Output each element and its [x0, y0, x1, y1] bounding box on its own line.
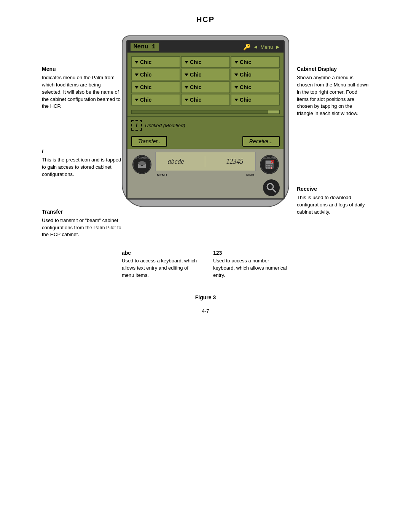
- num-annotation-body: Used to access a number keyboard, which …: [213, 257, 289, 279]
- menu-annotation-title: Menu: [42, 66, 122, 72]
- calculator-svg: CALCULATOR: [260, 155, 279, 174]
- cabinet-cell-r2c1[interactable]: Chic: [131, 69, 180, 80]
- cell-label-r3c2: Chic: [190, 84, 201, 90]
- page-number: 4-7: [0, 308, 411, 325]
- cell-label-r1c3: Chic: [240, 59, 251, 65]
- dropdown-triangle-r1c1: [135, 61, 139, 64]
- left-annotations: Menu Indicates menu on the Palm from whi…: [42, 35, 122, 238]
- cabinet-display-annotation-title: Cabinet Display: [297, 66, 369, 72]
- palm-device: Menu 1 🔑 ◄ Menu ► Chic: [122, 35, 289, 238]
- calculator-icon-wrap: CALCULATOR: [259, 155, 280, 174]
- num-annotation: 123 Used to access a number keyboard, wh…: [213, 250, 289, 279]
- page-title: HCP: [0, 0, 411, 35]
- graffiti-center: abcde 12345 MENU: [155, 152, 256, 177]
- preset-icon[interactable]: i: [131, 120, 142, 131]
- cabinet-cell-r1c3[interactable]: Chic: [231, 56, 280, 68]
- cell-label-r4c3: Chic: [240, 97, 251, 103]
- receive-annotation-body: This is used to download configurations …: [297, 194, 369, 216]
- info-text: Untitled (Modified): [145, 123, 185, 128]
- applications-svg: APPLICATIONS: [132, 155, 151, 174]
- transfer-annotation: Transfer Used to transmit or "beam" cabi…: [42, 209, 122, 239]
- cabinet-cell-r4c1[interactable]: Chic: [131, 94, 180, 105]
- applications-icon-wrap: APPLICATIONS: [131, 155, 152, 174]
- cabinet-cell-r3c2[interactable]: Chic: [181, 81, 230, 93]
- dropdown-triangle-r1c2: [185, 61, 188, 64]
- find-magnifier-svg: [266, 182, 277, 193]
- dropdown-triangle-r2c1: [135, 73, 139, 76]
- svg-line-15: [272, 189, 276, 192]
- find-label: FIND: [246, 173, 254, 177]
- svg-rect-11: [271, 167, 272, 169]
- applications-icon[interactable]: APPLICATIONS: [132, 155, 151, 174]
- cabinet-cell-r2c2[interactable]: Chic: [181, 69, 230, 80]
- calculator-icon[interactable]: CALCULATOR: [260, 155, 279, 174]
- cell-label-r3c3: Chic: [240, 84, 251, 90]
- transfer-annotation-title: Transfer: [42, 209, 122, 215]
- dropdown-triangle-r3c3: [234, 86, 238, 89]
- num-annotation-title: 123: [213, 250, 289, 256]
- svg-rect-9: [266, 167, 268, 169]
- cabinet-cell-r4c2[interactable]: Chic: [181, 94, 230, 105]
- transfer-button[interactable]: Transfer..: [131, 136, 167, 147]
- figure-label: Figure 3: [0, 294, 411, 300]
- header-right: 🔑 ◄ Menu ►: [243, 43, 280, 51]
- find-row: [127, 179, 284, 198]
- dropdown-triangle-r1c3: [234, 61, 238, 64]
- device-body: Menu 1 🔑 ◄ Menu ► Chic: [122, 35, 289, 207]
- i-icon-annotation: i This is the preset icon and is tapped …: [42, 148, 122, 178]
- dropdown-triangle-r4c1: [135, 99, 139, 101]
- cabinet-cell-r2c3[interactable]: Chic: [231, 69, 280, 80]
- svg-rect-6: [266, 165, 268, 166]
- i-icon-annotation-body: This is the preset icon and is tapped to…: [42, 157, 122, 178]
- menu1-label: Menu 1: [131, 43, 159, 51]
- action-buttons: Transfer.. Receive...: [127, 134, 284, 149]
- receive-button[interactable]: Receive...: [242, 136, 280, 147]
- info-section: i Untitled (Modified): [127, 116, 284, 134]
- i-icon-annotation-title: i: [42, 148, 122, 154]
- find-icon[interactable]: [263, 179, 280, 196]
- cabinet-cell-r3c3[interactable]: Chic: [231, 81, 280, 93]
- header-arrow-right[interactable]: ►: [275, 44, 280, 50]
- right-annotations: Cabinet Display Shown anytime a menu is …: [289, 35, 369, 238]
- svg-rect-8: [271, 165, 272, 166]
- silkscreen-area: APPLICATIONS abcde: [127, 149, 284, 179]
- cell-label-r3c1: Chic: [140, 84, 151, 90]
- header-arrow-left[interactable]: ◄: [253, 44, 258, 50]
- menu-annotation-body: Indicates menu on the Palm from which fo…: [42, 74, 122, 110]
- dropdown-triangle-r4c2: [185, 99, 188, 101]
- abc-text: abcde: [168, 158, 184, 166]
- cell-label-r1c2: Chic: [190, 59, 201, 65]
- cell-label-r2c3: Chic: [240, 72, 251, 78]
- num-text: 12345: [226, 158, 243, 166]
- transfer-annotation-body: Used to transmit or "beam" cabinet confi…: [42, 217, 122, 239]
- dropdown-triangle-r2c2: [185, 73, 188, 76]
- graffiti-divider: [205, 156, 205, 167]
- scrollbar: [131, 110, 280, 114]
- cabinet-cell-r4c3[interactable]: Chic: [231, 94, 280, 105]
- abc-group: abcde: [168, 158, 184, 166]
- cabinet-cell-r1c1[interactable]: Chic: [131, 56, 180, 68]
- receive-annotation: Receive This is used to download configu…: [297, 186, 369, 216]
- menu-label: MENU: [157, 173, 167, 177]
- cabinet-grid: Chic Chic Chic Chic: [127, 53, 284, 109]
- cabinet-cell-r1c2[interactable]: Chic: [181, 56, 230, 68]
- scrollbar-thumb: [268, 110, 279, 113]
- cabinet-display-annotation-body: Shown anytime a menu is chosen from the …: [297, 74, 369, 117]
- bottom-labels: MENU FIND: [155, 173, 256, 177]
- dropdown-triangle-r4c3: [234, 99, 238, 101]
- dropdown-triangle-r2c3: [234, 73, 238, 76]
- preset-icon-text: i: [136, 122, 137, 128]
- abc-annotation-body: Used to access a keyboard, which allows …: [122, 257, 198, 279]
- device-screen: Menu 1 🔑 ◄ Menu ► Chic: [126, 40, 285, 200]
- num-group: 12345: [226, 158, 243, 166]
- receive-annotation-title: Receive: [297, 186, 369, 192]
- header-menu-text[interactable]: Menu: [261, 44, 273, 50]
- bottom-annotations: abc Used to access a keyboard, which all…: [0, 238, 411, 291]
- screen-header: Menu 1 🔑 ◄ Menu ►: [127, 41, 284, 53]
- dropdown-triangle-r3c1: [135, 86, 139, 89]
- cabinet-cell-r3c1[interactable]: Chic: [131, 81, 180, 93]
- header-icon-lock: 🔑: [243, 43, 251, 51]
- cell-label-r2c1: Chic: [140, 72, 151, 78]
- graffiti-area: abcde 12345: [155, 152, 256, 171]
- dropdown-triangle-r3c2: [185, 86, 188, 89]
